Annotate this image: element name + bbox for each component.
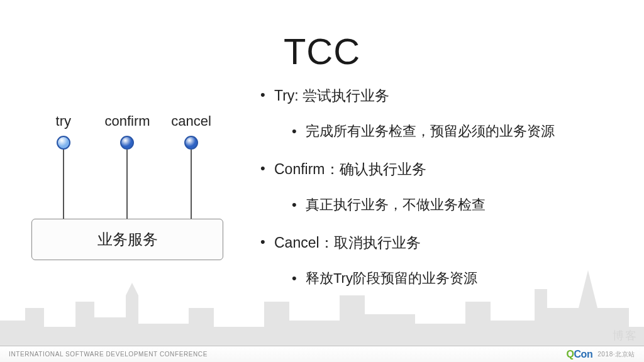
sub-bullet: 真正执行业务，不做业务检查 (289, 195, 629, 215)
circle-icon (120, 136, 134, 150)
sub-bullet: 释放Try阶段预留的业务资源 (289, 269, 629, 288)
watermark-text: 博客 (613, 328, 638, 343)
sub-list: 完成所有业务检查，预留必须的业务资源 (289, 122, 629, 141)
bullet-text: Confirm：确认执行业务 (274, 161, 426, 177)
bullet-try: Try: 尝试执行业务 完成所有业务检查，预留必须的业务资源 (258, 85, 629, 141)
footer-venue: 2018·北京站 (597, 350, 635, 359)
sub-bullet: 完成所有业务检查，预留必须的业务资源 (289, 122, 629, 141)
stem-label: confirm (104, 113, 150, 129)
qcon-logo: QCon (567, 349, 593, 360)
connector-line (63, 150, 64, 223)
slide-title: TCC (0, 30, 644, 72)
footer-right: QCon 2018·北京站 (567, 349, 635, 360)
service-box: 业务服务 (31, 219, 223, 260)
bullet-list: Try: 尝试执行业务 完成所有业务检查，预留必须的业务资源 Confirm：确… (258, 85, 629, 288)
bullet-text: Cancel：取消执行业务 (274, 234, 421, 251)
bullet-content: Try: 尝试执行业务 完成所有业务检查，预留必须的业务资源 Confirm：确… (258, 85, 629, 306)
stem-try: try (35, 113, 92, 223)
connector-line (126, 150, 128, 223)
bullet-text: Try: 尝试执行业务 (274, 87, 389, 104)
circle-icon (57, 136, 70, 150)
footer-left-text: INTERNATIONAL SOFTWARE DEVELOPMENT CONFE… (9, 351, 208, 358)
stem-label: try (56, 113, 71, 129)
stem-label: cancel (171, 113, 211, 129)
logo-q: Q (567, 349, 574, 359)
stem-confirm: confirm (99, 113, 155, 223)
footer-bar: INTERNATIONAL SOFTWARE DEVELOPMENT CONFE… (0, 346, 644, 362)
tcc-diagram: try confirm cancel 业务服务 (31, 113, 223, 270)
bullet-confirm: Confirm：确认执行业务 真正执行业务，不做业务检查 (258, 159, 629, 215)
circle-icon (184, 136, 198, 150)
connector-line (191, 150, 192, 223)
bullet-cancel: Cancel：取消执行业务 释放Try阶段预留的业务资源 (258, 233, 629, 288)
diagram-stems: try confirm cancel (31, 113, 223, 223)
slide: TCC try confirm cancel 业务服务 Try: 尝试 (0, 0, 644, 362)
sub-list: 真正执行业务，不做业务检查 (289, 195, 629, 215)
sub-list: 释放Try阶段预留的业务资源 (289, 269, 629, 288)
stem-cancel: cancel (163, 113, 219, 223)
logo-con: Con (574, 349, 593, 359)
